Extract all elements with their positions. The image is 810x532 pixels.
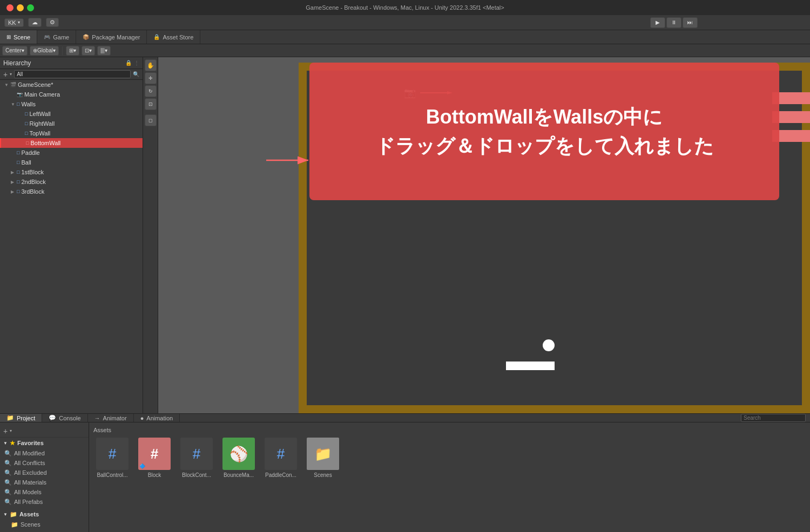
search-icon-materials: 🔍 xyxy=(4,479,12,486)
project-sidebar: + ▾ ▼ ★ Favorites 🔍 All Modified 🔍 All C… xyxy=(0,422,89,532)
divider xyxy=(62,46,63,55)
material-ball-icon: ⚾ xyxy=(230,445,248,463)
grid-btn-2[interactable]: ⊡▾ xyxy=(82,46,95,56)
sidebar-section-favorites[interactable]: ▼ ★ Favorites xyxy=(0,438,89,448)
hierarchy-item-ball[interactable]: □ Ball xyxy=(0,158,143,167)
2ndblock-icon: □ xyxy=(17,179,19,185)
rotate-tool[interactable]: ↻ xyxy=(145,85,157,97)
grid-btn-1[interactable]: ⊞▾ xyxy=(66,46,79,56)
sidebar-item-all-models[interactable]: 🔍 All Models xyxy=(0,487,89,497)
hierarchy-item-maincamera[interactable]: 📷 Main Camera xyxy=(0,90,143,99)
scenes-asset-label: Scenes xyxy=(314,472,332,478)
hierarchy-label-walls: Walls xyxy=(21,101,35,107)
asset-bouncema[interactable]: ⚾ BounceMa... xyxy=(220,438,258,478)
sidebar-item-all-conflicts[interactable]: 🔍 All Conflicts xyxy=(0,458,89,468)
sidebar-item-all-materials[interactable]: 🔍 All Materials xyxy=(0,478,89,487)
hierarchy-item-1stblock[interactable]: ▶ □ 1stBlock xyxy=(0,167,143,177)
tab-package-manager[interactable]: 📦 Package Manager xyxy=(76,30,147,44)
all-models-label: All Models xyxy=(14,489,42,495)
hierarchy-search-icon: 🔍 xyxy=(133,71,139,77)
hierarchy-menu-icon[interactable]: ⋮ xyxy=(134,60,139,66)
move-tool[interactable]: ✛ xyxy=(145,72,157,84)
package-tab-label: Package Manager xyxy=(92,34,140,40)
minimize-button[interactable] xyxy=(17,4,24,11)
hierarchy-item-2ndblock[interactable]: ▶ □ 2ndBlock xyxy=(0,177,143,187)
tab-project[interactable]: 📁 Project xyxy=(0,414,42,422)
tab-asset-store[interactable]: 🔒 Asset Store xyxy=(147,30,200,44)
hand-tool[interactable]: ✋ xyxy=(145,59,157,71)
hierarchy-item-topwall[interactable]: □ TopWall xyxy=(0,128,143,138)
hierarchy-title: Hierarchy xyxy=(3,59,31,67)
tab-scene[interactable]: ⊞ Scene xyxy=(0,30,37,44)
global-local-button[interactable]: ⊕Global▾ xyxy=(30,46,59,56)
paddlecon-thumb: # xyxy=(265,438,297,470)
asset-paddlecon[interactable]: # PaddleCon... xyxy=(262,438,300,478)
hierarchy-label-maincamera: Main Camera xyxy=(24,91,60,98)
close-button[interactable] xyxy=(6,4,14,11)
favorites-label: Favorites xyxy=(17,440,44,446)
account-button[interactable]: KK ▾ xyxy=(4,18,24,27)
scene-view: ✋ ✛ ↻ ⊡ ◻ xyxy=(143,57,810,413)
block-label: Block xyxy=(148,472,161,478)
hierarchy-item-leftwall[interactable]: □ LeftWall xyxy=(0,109,143,119)
tab-console[interactable]: 💬 Console xyxy=(42,414,87,422)
sidebar-item-scenes[interactable]: 📁 Scenes xyxy=(0,520,89,529)
asset-block[interactable]: # 🔷 Block xyxy=(136,438,173,478)
tab-animator[interactable]: → Animator xyxy=(88,414,134,422)
expand-arrow: ▼ xyxy=(4,83,9,87)
leftwall-icon: □ xyxy=(25,111,28,117)
cloud-button[interactable]: ☁ xyxy=(28,18,42,27)
camera-icon: 📷 xyxy=(17,92,23,97)
settings-button[interactable]: ⚙ xyxy=(46,18,59,27)
scene-tools-vertical: ✋ ✛ ↻ ⊡ ◻ xyxy=(143,57,158,413)
project-add-button[interactable]: + xyxy=(3,427,8,435)
sidebar-item-packages[interactable]: 📁 Packages xyxy=(0,529,89,532)
assets-expand-icon: ▼ xyxy=(3,512,8,517)
hierarchy-item-rightwall[interactable]: □ RightWall xyxy=(0,119,143,128)
hierarchy-add-button[interactable]: + xyxy=(3,71,8,78)
hierarchy-label-1stblock: 1stBlock xyxy=(21,169,44,175)
tab-animation[interactable]: ● Animation xyxy=(134,414,180,422)
ball-object xyxy=(543,339,555,351)
bottom-search-input[interactable] xyxy=(741,414,806,422)
walls-icon: □ xyxy=(17,101,19,107)
hierarchy-label-ball: Ball xyxy=(21,159,31,166)
search-icon-models: 🔍 xyxy=(4,489,12,496)
project-dropdown-button[interactable]: ▾ xyxy=(10,428,12,433)
sidebar-item-all-prefabs[interactable]: 🔍 All Prefabs xyxy=(0,497,89,507)
asset-scenes[interactable]: 📁 Scenes xyxy=(304,438,342,478)
hierarchy-search: + ▾ 🔍 xyxy=(0,69,143,80)
hierarchy-item-3rdblock[interactable]: ▶ □ 3rdBlock xyxy=(0,187,143,196)
scenes-label: Scenes xyxy=(21,521,40,528)
titlebar: GameScene - Breakout - Windows, Mac, Lin… xyxy=(0,0,810,15)
scale-tool[interactable]: ⊡ xyxy=(145,98,157,110)
favorites-expand-icon: ▼ xyxy=(3,441,8,446)
center-pivot-button[interactable]: Center▾ xyxy=(2,46,28,56)
hierarchy-item-gamescene[interactable]: ▼ 🎬 GameScene* xyxy=(0,80,143,90)
console-tab-icon: 💬 xyxy=(49,414,56,421)
sidebar-item-all-modified[interactable]: 🔍 All Modified xyxy=(0,448,89,458)
grid-btn-3[interactable]: |||▾ xyxy=(97,46,111,56)
sidebar-section-assets[interactable]: ▼ 📁 Assets xyxy=(0,509,89,520)
step-button[interactable]: ⏭ xyxy=(683,17,698,28)
hierarchy-dropdown-button[interactable]: ▾ xyxy=(10,72,12,77)
hierarchy-label-rightwall: RightWall xyxy=(29,120,55,127)
hierarchy-label-2ndblock: 2ndBlock xyxy=(21,179,45,185)
game-tab-label: Game xyxy=(53,34,69,40)
toolbar: KK ▾ ☁ ⚙ ▶ ⏸ ⏭ xyxy=(0,15,810,30)
tab-game[interactable]: 🎮 Game xyxy=(37,30,76,44)
hierarchy-item-walls[interactable]: ▼ □ Walls xyxy=(0,99,143,109)
hierarchy-item-paddle[interactable]: □ Paddle xyxy=(0,148,143,158)
hierarchy-search-input[interactable] xyxy=(14,70,131,78)
asset-blockcont[interactable]: # BlockCont... xyxy=(178,438,215,478)
sidebar-item-all-excluded[interactable]: 🔍 All Excluded xyxy=(0,468,89,478)
hierarchy-item-bottomwall[interactable]: □ BottomWall xyxy=(0,138,143,148)
window-controls xyxy=(6,4,34,11)
hierarchy-list: ▼ 🎬 GameScene* 📷 Main Camera ▼ □ Walls □… xyxy=(0,80,143,196)
maximize-button[interactable] xyxy=(27,4,34,11)
play-button[interactable]: ▶ xyxy=(650,17,665,28)
asset-ballcontrol[interactable]: # BallControl... xyxy=(93,438,131,478)
rect-tool[interactable]: ◻ xyxy=(145,114,157,126)
pause-button[interactable]: ⏸ xyxy=(666,17,681,28)
hierarchy-label-leftwall: LeftWall xyxy=(29,111,50,117)
